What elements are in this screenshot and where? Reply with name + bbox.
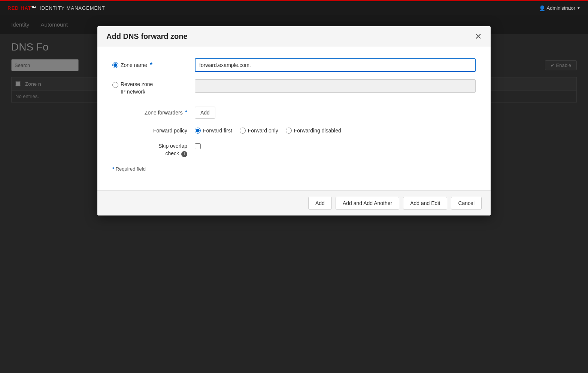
user-dropdown-icon: ▼ [577, 6, 581, 10]
top-navigation: RED HAT™ IDENTITY MANAGEMENT 👤 Administr… [0, 0, 588, 15]
user-menu[interactable]: 👤 Administrator ▼ [539, 5, 581, 11]
reverse-zone-row: Reverse zoneIP network [112, 79, 476, 95]
skip-overlap-info-icon[interactable]: i [181, 151, 187, 157]
zone-forwarders-label: Zone forwarders [145, 110, 183, 116]
modal-title: Add DNS forward zone [106, 32, 188, 41]
zone-forwarders-row: Zone forwarders * Add [112, 107, 476, 119]
reverse-zone-input[interactable] [195, 79, 476, 93]
zone-forwarders-add-button[interactable]: Add [195, 107, 215, 119]
zone-name-radio-label[interactable]: Zone name [112, 62, 147, 68]
required-field-note: * Required field [112, 166, 476, 172]
modal-footer: Add Add and Add Another Add and Edit Can… [97, 190, 491, 215]
user-icon: 👤 [539, 5, 545, 11]
reverse-zone-radio-label[interactable]: Reverse zoneIP network [112, 81, 153, 95]
redhat-logo: RED HAT™ [7, 5, 37, 11]
reverse-zone-input-area [195, 79, 476, 93]
required-note-text: Required field [116, 166, 146, 172]
zone-name-required-star: * [150, 62, 152, 68]
product-title: IDENTITY MANAGEMENT [40, 5, 105, 11]
skip-overlap-checkbox-area [195, 143, 476, 150]
forward-first-label: Forward first [203, 128, 232, 134]
modal-header: Add DNS forward zone ✕ [97, 26, 491, 47]
skip-overlap-label-area: Skip overlapcheck i [112, 143, 195, 157]
forward-policy-options: Forward first Forward only Forwarding di… [195, 128, 476, 134]
zone-name-input[interactable] [195, 58, 476, 72]
add-and-edit-button[interactable]: Add and Edit [403, 197, 447, 210]
forward-only-radio[interactable] [240, 128, 246, 134]
cancel-button[interactable]: Cancel [451, 197, 482, 210]
forwarding-disabled-radio-label[interactable]: Forwarding disabled [286, 128, 341, 134]
forward-policy-label: Forward policy [112, 128, 195, 134]
forwarding-disabled-radio[interactable] [286, 128, 292, 134]
user-name: Administrator [547, 5, 576, 11]
skip-overlap-row: Skip overlapcheck i [112, 143, 476, 157]
forward-only-label: Forward only [248, 128, 278, 134]
reverse-zone-label-area: Reverse zoneIP network [112, 79, 195, 95]
skip-overlap-checkbox[interactable] [195, 143, 201, 149]
brand-area: RED HAT™ IDENTITY MANAGEMENT [7, 5, 105, 11]
modal-close-button[interactable]: ✕ [475, 33, 482, 41]
modal-body: Zone name * Reverse zoneIP network [97, 47, 491, 190]
forward-policy-row: Forward policy Forward first Forward onl… [112, 128, 476, 134]
reverse-zone-label: Reverse zoneIP network [121, 81, 153, 95]
zone-forwarders-control: Add [195, 107, 476, 119]
modal-dialog: Add DNS forward zone ✕ Zone name * [97, 26, 491, 215]
background-page: Identity Automount DNS Fo ✔ Enable Zone … [0, 15, 588, 373]
forward-only-radio-label[interactable]: Forward only [240, 128, 278, 134]
add-button[interactable]: Add [308, 197, 332, 210]
zone-name-label-area: Zone name * [112, 62, 195, 68]
reverse-zone-radio[interactable] [112, 82, 118, 88]
zone-name-row: Zone name * [112, 58, 476, 72]
zone-name-input-area [195, 58, 476, 72]
forward-first-radio[interactable] [195, 128, 201, 134]
forwarding-disabled-label: Forwarding disabled [294, 128, 341, 134]
zone-name-label: Zone name [121, 62, 147, 68]
forward-first-radio-label[interactable]: Forward first [195, 128, 232, 134]
zone-forwarders-required-star: * [185, 109, 187, 116]
modal-overlay: Add DNS forward zone ✕ Zone name * [0, 15, 588, 373]
add-and-add-another-button[interactable]: Add and Add Another [336, 197, 399, 210]
zone-name-radio[interactable] [112, 62, 118, 68]
